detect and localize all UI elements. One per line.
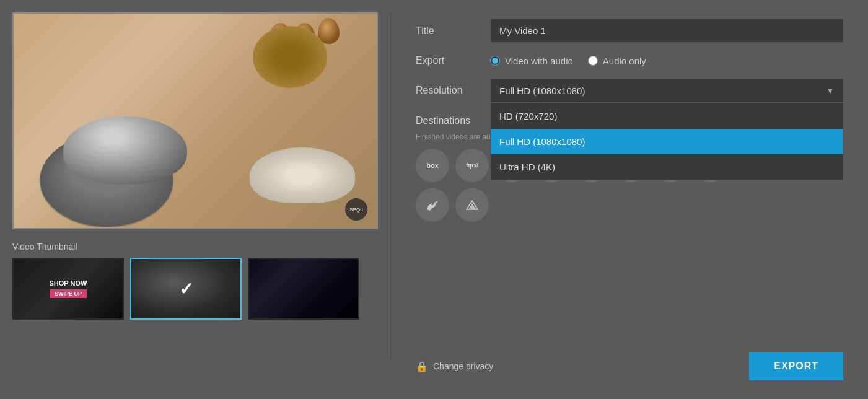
video-preview: SEQII xyxy=(12,12,378,229)
change-privacy-label: Change privacy xyxy=(433,361,493,371)
thumbnail-item-2[interactable]: ✓ xyxy=(130,258,242,320)
bowl-metal-decoration xyxy=(63,116,199,203)
box-icon[interactable]: box xyxy=(416,149,449,182)
resolution-fullhd[interactable]: Full HD (1080x1080) xyxy=(491,129,843,154)
audio-only-label: Audio only xyxy=(603,56,646,66)
resolution-hd[interactable]: HD (720x720) xyxy=(491,103,843,129)
title-control xyxy=(490,19,843,43)
title-row: Title xyxy=(416,19,843,43)
eggs-decoration xyxy=(270,23,340,49)
thumbnail-section: Video Thumbnail SHOP NOW SWIPE UP ✓ xyxy=(12,242,378,320)
icons-row-2 xyxy=(416,188,843,222)
title-label: Title xyxy=(416,25,478,37)
bottom-bar: 🔒 Change privacy EXPORT xyxy=(416,346,843,380)
swipe-up-badge: SWIPE UP xyxy=(50,289,87,298)
video-audio-radio[interactable] xyxy=(490,56,500,66)
resolution-dropdown: HD (720x720) Full HD (1080x1080) Ultra H… xyxy=(490,103,843,180)
thumbnail-item-1[interactable]: SHOP NOW SWIPE UP xyxy=(12,258,124,320)
change-privacy-button[interactable]: 🔒 Change privacy xyxy=(416,361,493,372)
resolution-ultrahd[interactable]: Ultra HD (4K) xyxy=(491,154,843,180)
video-audio-option[interactable]: Video with audio xyxy=(490,56,573,66)
audio-only-radio[interactable] xyxy=(588,56,598,66)
export-options: Video with audio Audio only xyxy=(490,56,843,66)
right-panel: Title Export Video with audio Audio only… xyxy=(391,0,868,399)
selected-checkmark: ✓ xyxy=(179,279,193,299)
video-audio-label: Video with audio xyxy=(505,56,573,66)
export-label: Export xyxy=(416,55,478,66)
shop-now-text: SHOP NOW xyxy=(50,279,87,287)
flour-bowl-decoration xyxy=(247,141,358,216)
ftp-icon[interactable]: ftp:// xyxy=(455,149,489,182)
mino-icon[interactable] xyxy=(455,188,489,222)
resolution-current-value: Full HD (1080x1080) xyxy=(499,86,585,96)
twitvid-icon[interactable] xyxy=(416,188,449,222)
resolution-container: Full HD (1080x1080) ▼ HD (720x720) Full … xyxy=(490,79,843,103)
audio-only-option[interactable]: Audio only xyxy=(588,56,646,66)
title-input[interactable] xyxy=(490,19,843,43)
thumbnail-item-3[interactable] xyxy=(248,258,359,320)
thumbnails-row: SHOP NOW SWIPE UP ✓ xyxy=(12,258,378,320)
resolution-label: Resolution xyxy=(416,79,478,96)
dropdown-arrow-icon: ▼ xyxy=(826,87,834,95)
resolution-row: Resolution Full HD (1080x1080) ▼ HD (720… xyxy=(416,79,843,103)
export-row: Export Video with audio Audio only xyxy=(416,55,843,66)
lock-icon: 🔒 xyxy=(416,361,428,372)
left-panel: SEQII Video Thumbnail SHOP NOW SWIPE UP … xyxy=(0,0,390,399)
thumbnail-label: Video Thumbnail xyxy=(12,242,378,252)
export-button[interactable]: EXPORT xyxy=(749,352,843,380)
resolution-select[interactable]: Full HD (1080x1080) ▼ xyxy=(490,79,843,103)
watermark: SEQII xyxy=(345,198,367,221)
